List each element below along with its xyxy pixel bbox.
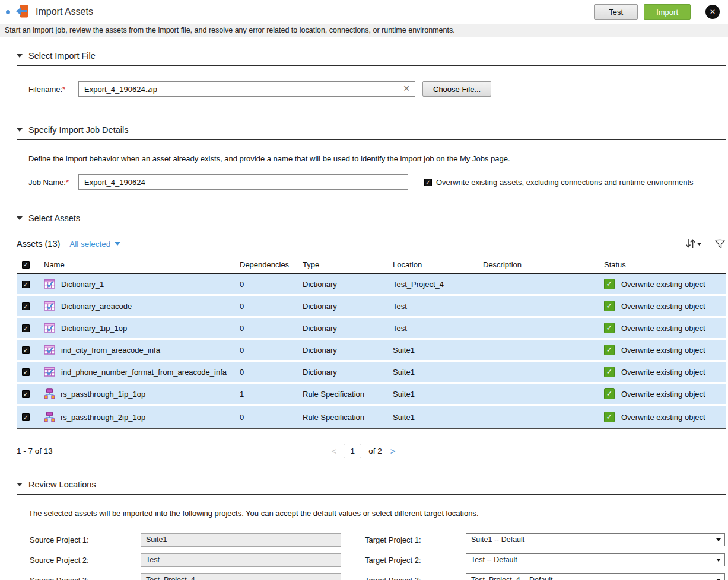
choose-file-button[interactable]: Choose File... (422, 81, 491, 97)
source-project-value: Test (146, 556, 160, 564)
asset-dependencies: 0 (235, 346, 298, 355)
target-project-select[interactable]: Suite1 -- Default (466, 533, 725, 546)
header-actions: Test Import ✕ (594, 4, 720, 20)
column-header-dependencies[interactable]: Dependencies (235, 260, 298, 269)
status-check-icon: ✓ (604, 323, 615, 333)
table-row[interactable]: ✓ rs_passthrough_2ip_1op (17, 406, 726, 428)
section-job-details: Specify Import Job Details Define the im… (0, 125, 728, 190)
target-project-select[interactable]: Test -- Default (466, 553, 725, 566)
table-row[interactable]: ✓ Dictionary_areacode (17, 296, 726, 318)
section-title: Specify Import Job Details (28, 125, 128, 135)
status-text: Overwrite existing object (621, 280, 705, 289)
asset-name: Dictionary_areacode (61, 302, 132, 311)
section-header-select-import-file[interactable]: Select Import File (17, 51, 726, 60)
row-checkbox[interactable]: ✓ (22, 368, 30, 376)
header-left: Import Assets (6, 4, 93, 20)
row-checkbox-cell: ✓ (17, 324, 39, 332)
row-checkbox-cell: ✓ (17, 413, 39, 421)
asset-name-cell: Dictionary_1ip_1op (39, 323, 235, 333)
section-header-select-assets[interactable]: Select Assets (17, 213, 726, 223)
import-button[interactable]: Import (644, 4, 691, 20)
filter-funnel-icon[interactable] (714, 238, 726, 250)
source-project-field: Suite1 (141, 533, 341, 547)
table-row[interactable]: ✓ Dictionary_1 0 (17, 274, 726, 296)
target-project-label: Target Project 2: (365, 556, 466, 565)
asset-type: Dictionary (298, 346, 388, 355)
status-text: Overwrite existing object (621, 390, 705, 399)
next-page-icon[interactable]: > (390, 446, 396, 456)
row-checkbox[interactable]: ✓ (22, 281, 30, 288)
collapse-triangle-icon (17, 128, 23, 132)
column-header-name[interactable]: Name (39, 260, 235, 269)
table-row[interactable]: ✓ Dictionary_1ip_1op (17, 318, 726, 340)
status-text: Overwrite existing object (621, 413, 705, 422)
source-project-value: Test_Project_4 (146, 576, 195, 580)
overwrite-checkbox[interactable]: ✓ (424, 179, 432, 186)
overwrite-label: Overwrite existing assets, excluding con… (436, 178, 694, 187)
collapse-triangle-icon (17, 54, 23, 58)
source-project-field: Test (141, 553, 341, 567)
sort-arrows-icon[interactable] (684, 238, 702, 250)
assets-toolbar: Assets (13) All selected (17, 238, 726, 256)
asset-location: Test_Project_4 (388, 280, 478, 289)
pagination: 1 - 7 of 13 < 1 of 2 > (17, 443, 726, 458)
table-row[interactable]: ✓ ind_city_from_areacode_infa (17, 340, 726, 362)
status-text: Overwrite existing object (621, 368, 705, 377)
asset-type: Rule Specification (298, 390, 388, 399)
section-header-job-details[interactable]: Specify Import Job Details (17, 125, 726, 135)
asset-type: Dictionary (298, 368, 388, 377)
table-row[interactable]: ✓ rs_passthrough_1ip_1op (17, 384, 726, 406)
asset-status-cell: ✓ Overwrite existing object (599, 345, 726, 355)
asset-name-cell: Dictionary_1 (39, 279, 235, 289)
target-project-select[interactable]: Test_Project_4 -- Default (466, 573, 725, 580)
asset-status-cell: ✓ Overwrite existing object (599, 323, 726, 333)
asset-location: Suite1 (388, 390, 478, 399)
asset-name: Dictionary_1ip_1op (61, 324, 127, 333)
asset-name-cell: rs_passthrough_1ip_1op (39, 388, 235, 399)
row-checkbox[interactable]: ✓ (22, 413, 30, 421)
row-checkbox[interactable]: ✓ (22, 346, 30, 354)
page-number-input[interactable]: 1 (344, 444, 361, 458)
section-select-import-file: Select Import File Filename:* Export_4_1… (0, 51, 728, 97)
overwrite-option: ✓ Overwrite existing assets, excluding c… (424, 178, 694, 187)
filename-input[interactable]: Export_4_190624.zip ✕ (78, 81, 415, 97)
close-icon[interactable]: ✕ (705, 5, 720, 19)
asset-location: Test (388, 324, 478, 333)
section-title: Review Locations (28, 480, 96, 489)
chevron-down-icon (716, 559, 721, 562)
previous-page-icon[interactable]: < (332, 446, 337, 456)
clear-x-icon[interactable]: ✕ (403, 84, 410, 93)
asset-status-cell: ✓ Overwrite existing object (599, 388, 726, 399)
status-check-icon: ✓ (604, 345, 615, 355)
status-text: Overwrite existing object (621, 302, 705, 311)
table-row[interactable]: ✓ ind_phone_number_format_from_areacode_ (17, 362, 726, 384)
target-project-label: Target Project 1: (365, 536, 466, 544)
row-checkbox[interactable]: ✓ (22, 324, 30, 332)
target-project-value: Test_Project_4 -- Default (471, 576, 553, 580)
assets-count: Assets (13) (17, 239, 60, 248)
pager: < 1 of 2 > (332, 444, 396, 458)
job-name-label: Job Name:* (28, 178, 78, 187)
column-header-location[interactable]: Location (388, 260, 478, 269)
all-selected-dropdown[interactable]: All selected (69, 240, 120, 248)
job-name-input[interactable]: Export_4_190624 (78, 174, 408, 190)
column-header-description[interactable]: Description (478, 260, 599, 269)
section-header-review-locations[interactable]: Review Locations (17, 480, 726, 489)
select-all-checkbox[interactable]: ✓ (22, 261, 30, 269)
dictionary-icon (44, 345, 56, 355)
asset-status-cell: ✓ Overwrite existing object (599, 367, 726, 377)
column-header-type[interactable]: Type (298, 260, 388, 269)
test-button[interactable]: Test (594, 4, 638, 20)
dictionary-icon (44, 301, 56, 311)
section-divider (17, 228, 726, 228)
column-header-status[interactable]: Status (599, 260, 726, 269)
row-checkbox-cell: ✓ (17, 390, 39, 398)
job-name-row: Job Name:* Export_4_190624 ✓ Overwrite e… (28, 174, 728, 190)
asset-dependencies: 0 (235, 324, 298, 333)
row-checkbox[interactable]: ✓ (22, 302, 30, 310)
asset-name: rs_passthrough_2ip_1op (61, 413, 145, 422)
row-checkbox[interactable]: ✓ (22, 390, 30, 398)
asset-dependencies: 0 (235, 280, 298, 289)
job-name-value: Export_4_190624 (84, 178, 145, 187)
rule-specification-icon (44, 388, 55, 399)
